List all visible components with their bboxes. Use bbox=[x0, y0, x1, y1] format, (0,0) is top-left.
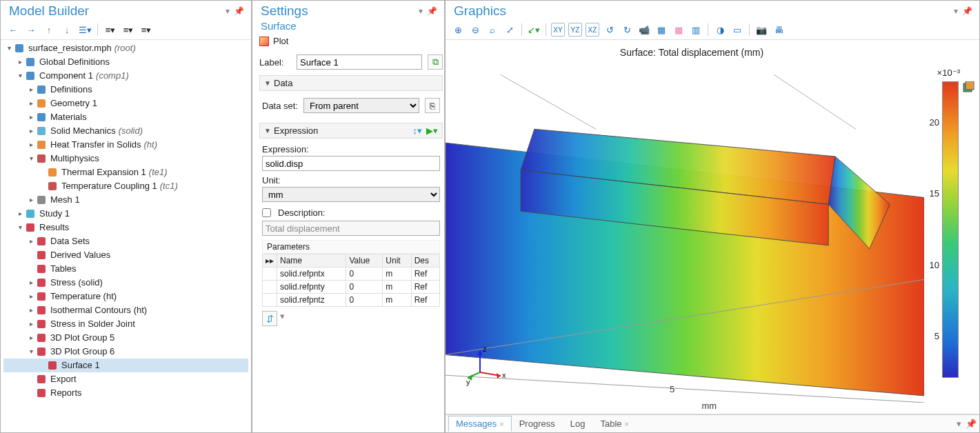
tree-caret-icon[interactable]: ▾ bbox=[27, 345, 35, 359]
description-checkbox[interactable] bbox=[262, 208, 271, 217]
tree-node[interactable]: ▸Stress (solid) bbox=[3, 276, 248, 290]
table-header[interactable]: Des bbox=[411, 254, 439, 268]
menu-caret-icon[interactable]: ▾ bbox=[226, 6, 230, 16]
tree-node[interactable]: ▸Temperature (ht) bbox=[3, 290, 248, 303]
xy-view-icon[interactable]: XY bbox=[551, 23, 565, 37]
down-icon[interactable]: ↓ bbox=[60, 23, 74, 37]
pin-icon[interactable]: 📌 bbox=[962, 6, 972, 16]
table-row[interactable]: solid.refpntz0mRef bbox=[263, 294, 440, 307]
yz-view-icon[interactable]: YZ bbox=[568, 23, 582, 37]
replace-expr-icon[interactable]: ↕▾ bbox=[413, 125, 423, 136]
transparency-icon[interactable]: ▥ bbox=[689, 23, 703, 37]
unit-select[interactable]: mm bbox=[262, 187, 440, 202]
tree-node[interactable]: ▸3D Plot Group 5 bbox=[3, 331, 248, 345]
scene-light-icon[interactable]: ▦ bbox=[672, 23, 686, 37]
tree-node[interactable]: ▸Isothermal Contours (ht) bbox=[3, 303, 248, 317]
rotate-cw-icon[interactable]: ↻ bbox=[620, 23, 634, 37]
tree-node[interactable]: ▸Geometry 1 bbox=[3, 97, 248, 110]
tree-node[interactable]: Surface 1 bbox=[3, 359, 248, 372]
tree-node[interactable]: ▸Global Definitions bbox=[3, 55, 248, 69]
table-header[interactable]: Unit bbox=[383, 254, 411, 268]
xz-view-icon[interactable]: XZ bbox=[586, 23, 599, 37]
snapshot-icon[interactable]: 📷 bbox=[754, 23, 768, 37]
tree-node[interactable]: ▸Mesh 1 bbox=[3, 193, 248, 207]
tree-caret-icon[interactable]: ▾ bbox=[5, 41, 13, 55]
dataset-select[interactable]: From parent bbox=[303, 98, 419, 113]
tree-caret-icon[interactable]: ▸ bbox=[16, 55, 24, 69]
tree-caret-icon[interactable]: ▾ bbox=[27, 152, 35, 165]
tree-caret-icon[interactable]: ▸ bbox=[27, 83, 35, 97]
grid-icon[interactable]: ▦ bbox=[654, 23, 668, 37]
pin-icon[interactable]: 📌 bbox=[427, 6, 437, 16]
legend-toggle-icon[interactable] bbox=[963, 81, 975, 92]
tab-log[interactable]: Log bbox=[563, 416, 593, 432]
close-icon[interactable]: × bbox=[625, 420, 629, 428]
tree-node[interactable]: ▸Materials bbox=[3, 110, 248, 124]
zoom-box-icon[interactable]: ⌕ bbox=[486, 23, 499, 37]
tree-node[interactable]: ▸Solid Mechanics(solid) bbox=[3, 124, 248, 138]
up-icon[interactable]: ↑ bbox=[42, 23, 56, 37]
tree-node[interactable]: ▾Component 1(comp1) bbox=[3, 69, 248, 83]
forward-icon[interactable]: → bbox=[24, 23, 38, 37]
tree-caret-icon[interactable]: ▸ bbox=[27, 124, 35, 138]
add-param-icon[interactable]: ⇵ bbox=[262, 311, 277, 326]
menu-caret-icon[interactable]: ▾ bbox=[954, 6, 958, 16]
tree-node[interactable]: ▸Stress in Solder Joint bbox=[3, 317, 248, 331]
dataset-link-icon[interactable]: ⎘ bbox=[425, 98, 440, 113]
print-icon[interactable]: 🖶 bbox=[772, 23, 786, 37]
expression-input[interactable] bbox=[262, 156, 440, 171]
tab-progress[interactable]: Progress bbox=[512, 416, 563, 432]
hide-icon[interactable]: ▭ bbox=[730, 23, 744, 37]
tree-caret-icon[interactable]: ▸ bbox=[27, 234, 35, 248]
rotate-ccw-icon[interactable]: ↺ bbox=[603, 23, 617, 37]
collapse-icon[interactable]: ≡▾ bbox=[121, 23, 135, 37]
tree-node[interactable]: Tables bbox=[3, 262, 248, 276]
table-header[interactable]: Value bbox=[346, 254, 383, 268]
tab-messages[interactable]: Messages× bbox=[448, 416, 512, 432]
list-icon[interactable]: ≡▾ bbox=[139, 23, 153, 37]
tree-node[interactable]: Reports bbox=[3, 386, 248, 400]
label-input[interactable] bbox=[297, 54, 422, 70]
tree-node[interactable]: ▸Data Sets bbox=[3, 234, 248, 248]
tree-node[interactable]: Temperature Coupling 1(tc1) bbox=[3, 179, 248, 193]
tree-caret-icon[interactable]: ▸ bbox=[16, 207, 24, 221]
zoom-out-icon[interactable]: ⊖ bbox=[468, 23, 482, 37]
tree-caret-icon[interactable]: ▸ bbox=[27, 193, 35, 207]
tree-node[interactable]: Export bbox=[3, 372, 248, 386]
tree-node[interactable]: ▸Study 1 bbox=[3, 207, 248, 221]
insert-expr-icon[interactable]: ▶▾ bbox=[426, 125, 438, 136]
plot-icon[interactable] bbox=[259, 37, 269, 46]
data-section-header[interactable]: ▼ Data bbox=[259, 75, 443, 91]
tree-node[interactable]: Thermal Expansion 1(te1) bbox=[3, 165, 248, 179]
tabs-pin-icon[interactable]: 📌 bbox=[966, 419, 977, 429]
plot-zone[interactable]: Surface: Total displacement (mm) bbox=[446, 40, 979, 414]
table-row[interactable]: solid.refpntx0mRef bbox=[263, 268, 440, 281]
zoom-extents-icon[interactable]: ⤢ bbox=[503, 23, 517, 37]
tree-node[interactable]: ▾surface_resistor.mph(root) bbox=[3, 41, 248, 55]
zoom-in-icon[interactable]: ⊕ bbox=[451, 23, 465, 37]
table-header[interactable]: Name bbox=[277, 254, 346, 268]
tree-caret-icon[interactable]: ▾ bbox=[16, 69, 24, 83]
expression-section-header[interactable]: ▼ Expression ↕▾ ▶▾ bbox=[259, 123, 443, 139]
tree-node[interactable]: ▸Heat Transfer in Solids(ht) bbox=[3, 138, 248, 152]
expand-icon[interactable]: ≡▾ bbox=[103, 23, 117, 37]
tree-node[interactable]: ▾Results bbox=[3, 221, 248, 234]
close-icon[interactable]: × bbox=[499, 420, 503, 428]
tree-caret-icon[interactable]: ▸ bbox=[27, 331, 35, 345]
select-icon[interactable]: ◑ bbox=[713, 23, 727, 37]
tree-caret-icon[interactable]: ▸ bbox=[27, 110, 35, 124]
camera-icon[interactable]: 📹 bbox=[637, 23, 651, 37]
parameters-table[interactable]: ▸▸NameValueUnitDessolid.refpntx0mRefsoli… bbox=[262, 254, 440, 307]
tree-caret-icon[interactable]: ▸ bbox=[27, 138, 35, 152]
table-row[interactable]: solid.refpnty0mRef bbox=[263, 281, 440, 294]
menu-caret-icon[interactable]: ▾ bbox=[419, 6, 423, 16]
tabs-menu-icon[interactable]: ▾ bbox=[952, 419, 966, 429]
tree-caret-icon[interactable]: ▸ bbox=[27, 303, 35, 317]
orbit-icon[interactable]: ↙▾ bbox=[527, 23, 541, 37]
tree-caret-icon[interactable]: ▾ bbox=[16, 221, 24, 234]
plot-button[interactable]: Plot bbox=[273, 36, 288, 46]
pin-icon[interactable]: 📌 bbox=[234, 6, 244, 16]
show-icon[interactable]: ☰▾ bbox=[78, 23, 92, 37]
model-tree[interactable]: ▾surface_resistor.mph(root)▸Global Defin… bbox=[1, 40, 251, 432]
tree-caret-icon[interactable]: ▸ bbox=[27, 276, 35, 290]
